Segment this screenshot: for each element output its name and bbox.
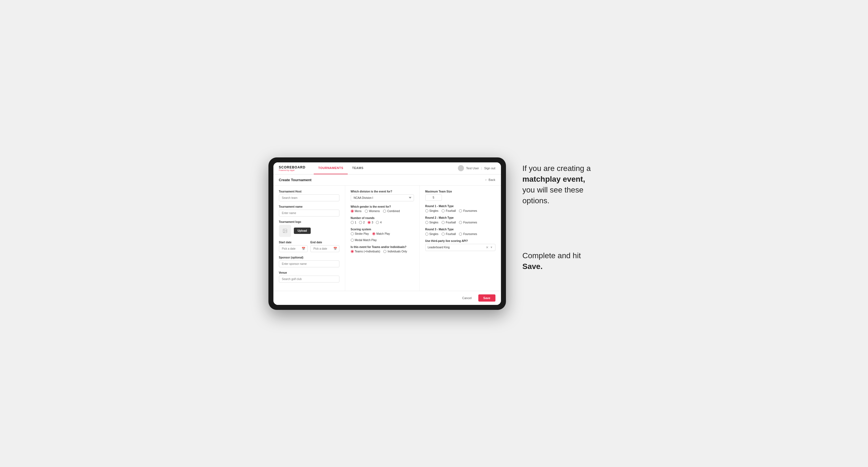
annotation-top: If you are creating a matchplay event, y… bbox=[523, 163, 600, 206]
teams-plus-individuals[interactable]: Teams (+Individuals) bbox=[351, 250, 380, 253]
round1-singles-label: Singles bbox=[429, 209, 439, 212]
bottom-bar: Cancel Save bbox=[273, 291, 501, 305]
form-area: Tournament Host Tournament name Tourname… bbox=[273, 186, 501, 291]
scoring-medal-label: Medal Match Play bbox=[355, 239, 377, 242]
start-date-label: Start date bbox=[279, 241, 308, 244]
gender-combined-label: Combined bbox=[387, 210, 400, 213]
logo-sub-text: Powered by clippit bbox=[279, 169, 306, 171]
third-party-label: Use third-party live scoring API? bbox=[425, 240, 495, 243]
gender-mens[interactable]: Mens bbox=[351, 210, 362, 213]
tournament-name-label: Tournament name bbox=[279, 205, 339, 208]
round3-foursomes-label: Foursomes bbox=[463, 232, 477, 236]
individuals-only-label: Individuals Only bbox=[388, 250, 407, 253]
individuals-only[interactable]: Individuals Only bbox=[383, 250, 407, 253]
page-header: Create Tournament ← Back bbox=[273, 175, 501, 186]
scoring-stroke[interactable]: Stroke Play bbox=[351, 232, 369, 235]
round1-radio-group: Singles Fourball Foursomes bbox=[425, 209, 495, 212]
tablet-device: SCOREBOARD Powered by clippit TOURNAMENT… bbox=[269, 157, 506, 310]
tablet-screen: SCOREBOARD Powered by clippit TOURNAMENT… bbox=[273, 162, 501, 305]
tournament-name-input[interactable] bbox=[279, 210, 339, 217]
calendar-icon-end: 📅 bbox=[333, 247, 337, 250]
date-group: Start date 📅 End date 📅 bbox=[279, 241, 339, 252]
round1-fourball[interactable]: Fourball bbox=[442, 209, 456, 212]
scoring-radio-group: Stroke Play Match Play Medal Match Play bbox=[351, 232, 414, 242]
annotation-bold-save: Save. bbox=[523, 262, 543, 271]
teams-radio-group: Teams (+Individuals) Individuals Only bbox=[351, 250, 414, 253]
logo-upload-row: Upload bbox=[279, 225, 339, 237]
max-team-input[interactable] bbox=[425, 194, 442, 201]
division-select[interactable]: NCAA Division I bbox=[351, 194, 414, 201]
app-logo: SCOREBOARD Powered by clippit bbox=[279, 165, 306, 171]
tab-teams[interactable]: TEAMS bbox=[348, 162, 368, 175]
division-label: Which division is the event for? bbox=[351, 190, 414, 193]
chevron-down-icon: ▼ bbox=[490, 246, 493, 249]
gender-womens[interactable]: Womens bbox=[365, 210, 380, 213]
round-3-label: 3 bbox=[372, 221, 373, 224]
logo-main-text: SCOREBOARD bbox=[279, 165, 306, 169]
nav-separator: | bbox=[481, 166, 482, 170]
gender-womens-label: Womens bbox=[369, 210, 380, 213]
round2-foursomes-label: Foursomes bbox=[463, 221, 477, 224]
rounds-label: Number of rounds bbox=[351, 217, 414, 220]
start-date-field: Start date 📅 bbox=[279, 241, 308, 252]
round3-label: Round 3 - Match Type bbox=[425, 228, 495, 231]
round1-match-type: Round 1 - Match Type Singles Fourball bbox=[425, 205, 495, 212]
nav-bar: SCOREBOARD Powered by clippit TOURNAMENT… bbox=[273, 162, 501, 175]
round-3[interactable]: 3 bbox=[368, 221, 373, 224]
scoring-stroke-label: Stroke Play bbox=[355, 232, 369, 235]
round2-foursomes[interactable]: Foursomes bbox=[459, 221, 477, 224]
scoring-medal[interactable]: Medal Match Play bbox=[351, 239, 377, 242]
close-icon[interactable]: ✕ bbox=[486, 246, 489, 249]
round2-match-type: Round 2 - Match Type Singles Fourball bbox=[425, 216, 495, 224]
gender-combined[interactable]: Combined bbox=[383, 210, 400, 213]
end-date-label: End date bbox=[310, 241, 339, 244]
round2-label: Round 2 - Match Type bbox=[425, 216, 495, 219]
round1-foursomes[interactable]: Foursomes bbox=[459, 209, 477, 212]
round3-fourball[interactable]: Fourball bbox=[442, 232, 456, 236]
sign-out-link[interactable]: Sign out bbox=[484, 166, 495, 170]
sponsor-input[interactable] bbox=[279, 260, 339, 267]
tournament-name-group: Tournament name bbox=[279, 205, 339, 217]
tournament-host-label: Tournament Host bbox=[279, 190, 339, 193]
scoring-match[interactable]: Match Play bbox=[372, 232, 390, 235]
rounds-radio-group: 1 2 3 4 bbox=[351, 221, 414, 224]
tournament-host-input[interactable] bbox=[279, 194, 339, 201]
round3-radio-group: Singles Fourball Foursomes bbox=[425, 232, 495, 236]
start-date-wrap: 📅 bbox=[279, 245, 308, 252]
venue-label: Venue bbox=[279, 271, 339, 274]
upload-button[interactable]: Upload bbox=[294, 227, 311, 234]
round3-foursomes[interactable]: Foursomes bbox=[459, 232, 477, 236]
round2-fourball[interactable]: Fourball bbox=[442, 221, 456, 224]
form-middle: Which division is the event for? NCAA Di… bbox=[345, 186, 420, 291]
venue-input[interactable] bbox=[279, 276, 339, 282]
nav-tabs: TOURNAMENTS TEAMS bbox=[314, 162, 458, 175]
gender-mens-label: Mens bbox=[355, 210, 362, 213]
round1-singles[interactable]: Singles bbox=[425, 209, 439, 212]
round-2[interactable]: 2 bbox=[359, 221, 365, 224]
page-title: Create Tournament bbox=[279, 178, 312, 182]
date-row: Start date 📅 End date 📅 bbox=[279, 241, 339, 252]
gender-label: Which gender is the event for? bbox=[351, 205, 414, 208]
round-1[interactable]: 1 bbox=[351, 221, 356, 224]
back-button[interactable]: ← Back bbox=[485, 178, 495, 181]
annotation-bold-matchplay: matchplay event, bbox=[523, 175, 585, 183]
gender-radio-group: Mens Womens Combined bbox=[351, 210, 414, 213]
tab-tournaments[interactable]: TOURNAMENTS bbox=[314, 162, 348, 175]
save-button[interactable]: Save bbox=[478, 294, 495, 302]
round-2-label: 2 bbox=[363, 221, 365, 224]
user-name: Test User bbox=[466, 166, 479, 170]
max-team-group: Maximum Team Size bbox=[425, 190, 495, 201]
round2-singles[interactable]: Singles bbox=[425, 221, 439, 224]
outer-wrapper: SCOREBOARD Powered by clippit TOURNAMENT… bbox=[269, 157, 600, 310]
round-4[interactable]: 4 bbox=[376, 221, 382, 224]
avatar bbox=[458, 165, 464, 171]
third-party-section: Use third-party live scoring API? Leader… bbox=[425, 240, 495, 251]
round2-fourball-label: Fourball bbox=[446, 221, 456, 224]
annotation-area: If you are creating a matchplay event, y… bbox=[517, 157, 600, 278]
round3-singles[interactable]: Singles bbox=[425, 232, 439, 236]
teams-label: Is this event for Teams and/or Individua… bbox=[351, 246, 414, 249]
round1-label: Round 1 - Match Type bbox=[425, 205, 495, 208]
cancel-button[interactable]: Cancel bbox=[459, 295, 475, 301]
scoring-group: Scoring system Stroke Play Match Play bbox=[351, 228, 414, 242]
round-4-label: 4 bbox=[380, 221, 382, 224]
